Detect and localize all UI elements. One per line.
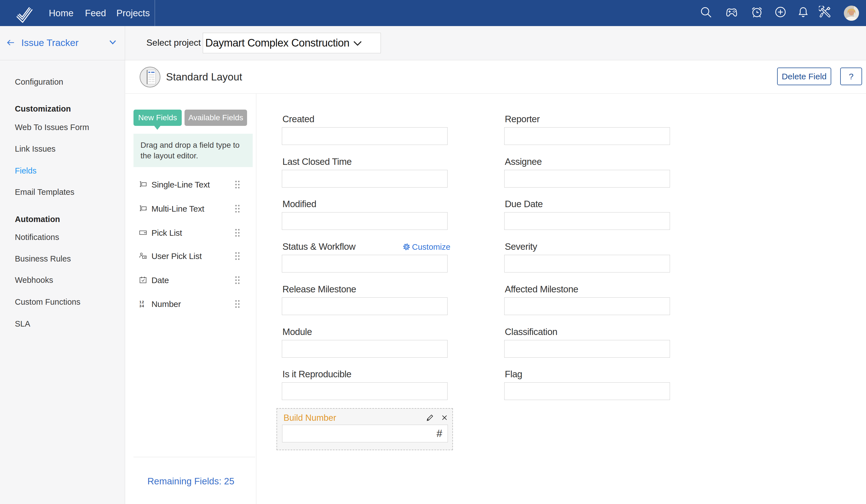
svg-text:3: 3 bbox=[140, 304, 141, 308]
svg-text:2: 2 bbox=[142, 300, 144, 304]
svg-text:1: 1 bbox=[140, 300, 141, 304]
svg-text:4: 4 bbox=[142, 304, 144, 308]
